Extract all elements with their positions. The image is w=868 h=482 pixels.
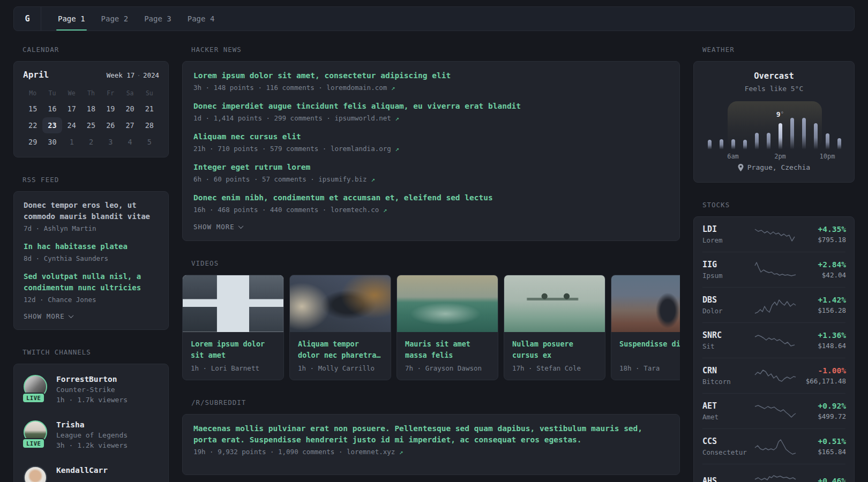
calendar-day-cell: 26	[101, 117, 120, 133]
video-thumbnail[interactable]	[397, 275, 498, 332]
rss-item-title[interactable]: Donec tempor eros leo, ut commodo mauris…	[24, 200, 159, 222]
stock-ticker[interactable]: SNRC	[702, 330, 752, 340]
video-card[interactable]: Mauris sit amet massa felis 7h · Grayson…	[396, 275, 498, 380]
hn-show-more-button[interactable]: SHOW MORE	[193, 223, 669, 231]
stock-sparkline	[754, 296, 797, 314]
hacker-news-item-title[interactable]: Donec enim nibh, condimentum et accumsan…	[193, 192, 669, 204]
stock-row[interactable]: IIG Ipsum +2.84% $42.04	[702, 252, 845, 288]
calendar-grid: MoTuWeThFrSaSu 1516171819202122232425262…	[23, 86, 159, 150]
twitch-channel-name[interactable]: KendallCarr	[56, 466, 108, 475]
hn-item-domain[interactable]: loremtech.co	[331, 206, 379, 214]
video-meta: 17h · Stefan Cole	[512, 364, 597, 372]
rss-item-title[interactable]: Sed volutpat nulla nisl, a condimentum n…	[24, 271, 159, 293]
stocks-card: LDI Lorem +4.35% $795.18	[693, 216, 855, 482]
calendar-day-cell: 19	[101, 101, 120, 117]
weather-hour-slot: 9°	[715, 101, 727, 149]
weather-temp-bar	[720, 139, 723, 149]
weather-hour-slot: 9°	[798, 101, 810, 149]
subreddit-post-domain[interactable]: loremnet.xyz	[347, 448, 395, 456]
weather-hour-slot: 9°	[739, 101, 751, 149]
stock-row[interactable]: DBS Dolor +1.42% $156.28	[702, 288, 845, 323]
subreddit-section-label: /R/SUBREDDIT	[191, 398, 680, 406]
video-thumbnail[interactable]	[183, 275, 283, 332]
stock-ticker[interactable]: DBS	[702, 295, 752, 305]
hacker-news-item-title[interactable]: Donec imperdiet augue tincidunt felis al…	[193, 101, 669, 112]
page-tab[interactable]: Page 2	[93, 7, 137, 31]
stock-ticker[interactable]: IIG	[702, 260, 752, 269]
calendar-day-cell: 4	[120, 134, 139, 150]
hn-item-domain[interactable]: loremdomain.com	[326, 84, 387, 92]
video-thumbnail[interactable]	[290, 275, 391, 332]
twitch-channel-name[interactable]: ForrestBurton	[56, 375, 128, 383]
page-tab[interactable]: Page 4	[179, 7, 223, 31]
twitch-avatar-wrap: LIVE	[24, 466, 47, 482]
video-card[interactable]: Aliquam tempor dolor nec pharetra… 1h · …	[289, 275, 391, 380]
stock-row[interactable]: AET Amet +0.92% $499.72	[702, 394, 845, 429]
stock-row[interactable]: SNRC Sit +1.36% $148.64	[702, 323, 845, 358]
hacker-news-card: Lorem ipsum dolor sit amet, consectetur …	[182, 61, 680, 241]
rss-show-more-button[interactable]: SHOW MORE	[24, 312, 159, 320]
video-title[interactable]: Nullam posuere cursus ex	[512, 338, 597, 361]
stock-price: $156.28	[799, 306, 846, 314]
twitch-channel-row[interactable]: LIVE Trisha League of Legends 3h · 1.2k …	[24, 420, 159, 449]
twitch-channel-row[interactable]: LIVE KendallCarr	[24, 466, 159, 482]
hacker-news-item-title[interactable]: Lorem ipsum dolor sit amet, consectetur …	[193, 70, 669, 81]
stock-ticker[interactable]: LDI	[702, 224, 752, 234]
video-thumbnail[interactable]	[504, 275, 605, 332]
app-logo[interactable]: G	[14, 7, 41, 31]
page-tab[interactable]: Page 3	[136, 7, 179, 31]
video-title[interactable]: Suspendisse diam	[619, 338, 680, 361]
weather-feels-like: Feels like 5°C	[704, 85, 844, 93]
stock-sparkline	[754, 225, 797, 244]
twitch-channel-name[interactable]: Trisha	[56, 420, 128, 429]
sparkline-path	[755, 262, 796, 276]
weather-temp-bar	[826, 133, 829, 149]
middle-column: HACKER NEWS Lorem ipsum dolor sit amet, …	[182, 46, 680, 482]
video-title[interactable]: Lorem ipsum dolor sit amet consectetu…	[191, 338, 275, 361]
rss-item-title[interactable]: In hac habitasse platea	[24, 241, 159, 252]
hn-item-domain[interactable]: loremlandia.org	[331, 145, 391, 153]
hn-item-domain[interactable]: ipsumworld.net	[334, 114, 391, 122]
calendar-day-cell: 25	[81, 117, 101, 133]
subreddit-post-title[interactable]: Maecenas mollis pulvinar erat non posuer…	[193, 423, 669, 446]
page-tabs: Page 1Page 2Page 3Page 4	[50, 7, 222, 31]
stock-row[interactable]: CRN Bitcorn -1.00% $66,171.48	[702, 358, 845, 394]
calendar-widget: CALENDAR April Week 17·2024 MoTuWeThFrSa…	[13, 46, 169, 157]
video-card[interactable]: Nullam posuere cursus ex 17h · Stefan Co…	[504, 275, 605, 380]
show-more-label: SHOW MORE	[24, 312, 65, 320]
hacker-news-item-meta: 21h · 710 points · 579 comments · loreml…	[193, 145, 669, 153]
stock-row[interactable]: CCS Consectetur +0.51% $165.84	[702, 429, 845, 464]
calendar-day-cell: 2	[81, 134, 101, 150]
stock-ticker[interactable]: AET	[702, 401, 752, 411]
hacker-news-item-title[interactable]: Aliquam nec cursus elit	[193, 131, 669, 142]
video-meta: 1h · Molly Carrillo	[298, 364, 383, 372]
calendar-weekday-header: Sa	[120, 86, 139, 100]
weather-hour-slot: 9° 10pm	[821, 101, 833, 149]
stock-values: +2.84% $42.04	[799, 260, 846, 279]
external-link-icon: ↗	[399, 448, 403, 456]
subreddit-meta-text: 19h · 9,932 points · 1,090 comments ·	[193, 448, 342, 456]
video-card[interactable]: Lorem ipsum dolor sit amet consectetu… 1…	[182, 275, 284, 380]
stock-row[interactable]: LDI Lorem +4.35% $795.18	[702, 217, 845, 252]
live-badge: LIVE	[22, 393, 45, 403]
calendar-day-cell: 15	[23, 101, 42, 117]
sparkline-path	[755, 300, 796, 313]
hacker-news-item-title[interactable]: Integer eget rutrum lorem	[193, 162, 669, 173]
stock-ticker[interactable]: CRN	[702, 366, 752, 375]
page-tab[interactable]: Page 1	[50, 7, 93, 31]
video-title[interactable]: Mauris sit amet massa felis	[405, 338, 490, 361]
video-thumbnail[interactable]	[611, 275, 680, 332]
twitch-channel-row[interactable]: LIVE ForrestBurton Counter-Strike 1h · 1…	[24, 375, 159, 404]
stock-change-percent: +4.35%	[799, 225, 846, 234]
calendar-section-label: CALENDAR	[23, 46, 169, 54]
video-card-body: Lorem ipsum dolor sit amet consectetu… 1…	[183, 332, 283, 380]
weather-temp-bar	[814, 123, 818, 149]
stock-price: $499.72	[799, 412, 846, 420]
stock-ticker[interactable]: AHS	[702, 476, 752, 482]
video-card[interactable]: Suspendisse diam 18h · Tara	[611, 275, 680, 380]
chevron-down-icon	[238, 223, 243, 229]
hn-item-domain[interactable]: ipsumify.biz	[318, 175, 366, 183]
stock-ticker[interactable]: CCS	[702, 436, 752, 446]
stock-row[interactable]: AHS +0.46%	[702, 464, 845, 482]
video-title[interactable]: Aliquam tempor dolor nec pharetra…	[298, 338, 383, 361]
